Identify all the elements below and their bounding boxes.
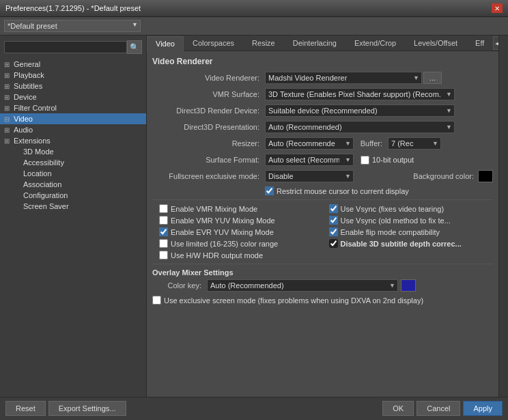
evr-yuv-label[interactable]: Enable EVR YUV Mixing Mode [159, 227, 324, 236]
d3d-presentation-select[interactable]: Auto (Recommended) [265, 121, 455, 133]
sidebar-item-subtitles[interactable]: ⊞ Subtitles [0, 81, 146, 92]
sidebar-item-label: Extensions [14, 137, 142, 145]
vmr-surface-select[interactable]: 3D Texture (Enables Pixel Shader support… [265, 88, 455, 100]
tab-resize[interactable]: Resize [243, 36, 284, 51]
vmr-mixing-label[interactable]: Enable VMR Mixing Mode [159, 204, 324, 213]
limited-range-label[interactable]: Use limited (16-235) color range [159, 239, 324, 248]
vmr-mixing-checkbox[interactable] [159, 204, 168, 213]
vsync-old-checkbox[interactable] [329, 216, 338, 225]
fullscreen-select[interactable]: Disable [265, 170, 354, 182]
sidebar-item-accessibility[interactable]: Accessibility [0, 157, 146, 168]
expand-icon: ⊞ [4, 72, 14, 79]
tenbit-label: 10-bit output [372, 156, 414, 164]
d3d-render-label: Direct3D Render Device: [152, 107, 265, 115]
fullscreen-select-wrap: Disable [265, 170, 354, 182]
reset-button[interactable]: Reset [5, 401, 46, 416]
restrict-mouse-label[interactable]: Restrict mouse cursor to current display [265, 186, 409, 195]
tab-levels-offset[interactable]: Levels/Offset [405, 36, 466, 51]
exclusive-screen-checkbox[interactable] [152, 296, 161, 305]
resizer-select-wrap: Auto (Recommende [265, 137, 354, 150]
vsync-old-label[interactable]: Use Vsync (old method to fix te... [329, 216, 494, 225]
tenbit-checkbox[interactable] [361, 156, 369, 165]
hw-hdr-label[interactable]: Use H/W HDR output mode [159, 251, 324, 260]
sidebar-item-video[interactable]: ⊟ Video [0, 113, 146, 124]
video-renderer-label: Video Renderer: [152, 74, 265, 82]
sidebar-item-extensions[interactable]: ⊞ Extensions [0, 135, 146, 146]
vmr-yuv-checkbox[interactable] [159, 216, 168, 225]
panel-content: Video Renderer Video Renderer: Madshi Vi… [147, 51, 498, 397]
section-title: Video Renderer [152, 57, 493, 66]
sidebar-item-label: Association [23, 180, 142, 188]
restrict-mouse-text: Restrict mouse cursor to current display [277, 187, 409, 195]
d3d-render-select[interactable]: Suitable device (Recommended) [265, 104, 455, 117]
vmr-yuv-label[interactable]: Enable VMR YUV Mixing Mode [159, 216, 324, 225]
surface-format-row: Surface Format: Auto select (Recomm 10-b… [152, 154, 493, 166]
color-key-swatch[interactable] [401, 279, 416, 292]
apply-button[interactable]: Apply [463, 401, 503, 416]
buffer-select-wrap: 7 (Rec [388, 137, 441, 150]
tab-nav-prev[interactable]: ◄ [493, 36, 498, 50]
sidebar-item-3dmode[interactable]: 3D Mode [0, 146, 146, 157]
vsync-old-text: Use Vsync (old method to fix te... [341, 216, 451, 225]
scrollbar[interactable] [498, 36, 508, 397]
d3d-presentation-row: Direct3D Presentation: Auto (Recommended… [152, 121, 493, 133]
vmr-surface-row: VMR Surface: 3D Texture (Enables Pixel S… [152, 88, 493, 100]
sidebar-item-audio[interactable]: ⊞ Audio [0, 124, 146, 135]
limited-range-checkbox[interactable] [159, 239, 168, 248]
sidebar-item-label: Subtitles [14, 82, 142, 90]
tab-colorspaces[interactable]: Colorspaces [184, 36, 243, 51]
tab-extend-crop[interactable]: Extend/Crop [345, 36, 405, 51]
vsync-text: Use Vsync (fixes video tearing) [341, 205, 444, 213]
surface-format-select[interactable]: Auto select (Recomm [265, 154, 354, 166]
sidebar-item-association[interactable]: Association [0, 179, 146, 190]
flip-compat-checkbox[interactable] [329, 227, 338, 236]
bg-color-swatch[interactable] [478, 170, 493, 182]
cancel-button[interactable]: Cancel [417, 401, 460, 416]
video-renderer-btn[interactable]: ... [423, 72, 442, 84]
limited-range-text: Use limited (16-235) color range [171, 240, 278, 248]
preset-select[interactable]: *Default preset [4, 20, 141, 32]
evr-yuv-checkbox[interactable] [159, 227, 168, 236]
buffer-select[interactable]: 7 (Rec [388, 137, 441, 150]
vsync-checkbox[interactable] [329, 204, 338, 213]
tab-video[interactable]: Video [147, 36, 184, 51]
vsync-label[interactable]: Use Vsync (fixes video tearing) [329, 204, 494, 213]
title-bar: Preferences(1.7.21295) - *Default preset… [0, 0, 508, 17]
vmr-yuv-text: Enable VMR YUV Mixing Mode [171, 216, 275, 225]
bottom-right-buttons: OK Cancel Apply [382, 401, 503, 416]
ok-button[interactable]: OK [382, 401, 414, 416]
flip-compat-label[interactable]: Enable flip mode compatibility [329, 227, 494, 236]
d3d-render-row: Direct3D Render Device: Suitable device … [152, 104, 493, 117]
bottom-left-buttons: Reset Export Settings... [5, 401, 126, 416]
hw-hdr-checkbox[interactable] [159, 251, 168, 260]
expand-icon: ⊞ [4, 126, 14, 134]
sidebar-item-configuration[interactable]: Configuration [0, 190, 146, 201]
sidebar-item-playback[interactable]: ⊞ Playback [0, 70, 146, 81]
tab-deinterlacing[interactable]: Deinterlacing [284, 36, 345, 51]
close-button[interactable]: ✕ [492, 3, 503, 13]
tenbit-check-label[interactable]: 10-bit output [361, 156, 414, 165]
search-button[interactable]: 🔍 [127, 40, 142, 54]
sidebar-item-screen-saver[interactable]: Screen Saver [0, 201, 146, 212]
expand-icon: ⊞ [4, 104, 14, 112]
sidebar-item-label: General [14, 60, 142, 68]
sidebar-item-location[interactable]: Location [0, 168, 146, 179]
export-button[interactable]: Export Settings... [48, 401, 126, 416]
surface-format-select-wrap: Auto select (Recomm [265, 154, 354, 166]
sidebar-item-device[interactable]: ⊞ Device [0, 92, 146, 102]
disable-3d-label[interactable]: Disable 3D subtitle depth correc... [329, 239, 494, 248]
sidebar: 🔍 ⊞ General ⊞ Playback ⊞ Subtitles ⊞ Dev… [0, 36, 147, 397]
disable-3d-checkbox[interactable] [329, 239, 338, 248]
tab-eff[interactable]: Eff [466, 36, 493, 51]
color-key-label: Color key: [152, 281, 207, 290]
divider2 [152, 264, 493, 264]
expand-icon: ⊞ [4, 137, 14, 145]
color-key-select[interactable]: Auto (Recommended) [207, 279, 398, 292]
resizer-select[interactable]: Auto (Recommende [265, 137, 354, 150]
sidebar-item-general[interactable]: ⊞ General [0, 59, 146, 70]
restrict-mouse-checkbox[interactable] [265, 186, 274, 195]
sidebar-item-filter-control[interactable]: ⊞ Filter Control [0, 102, 146, 113]
exclusive-screen-label[interactable]: Use exclusive screen mode (fixes problem… [152, 296, 423, 305]
video-renderer-select[interactable]: Madshi Video Renderer [265, 72, 422, 84]
search-input[interactable] [4, 41, 127, 53]
